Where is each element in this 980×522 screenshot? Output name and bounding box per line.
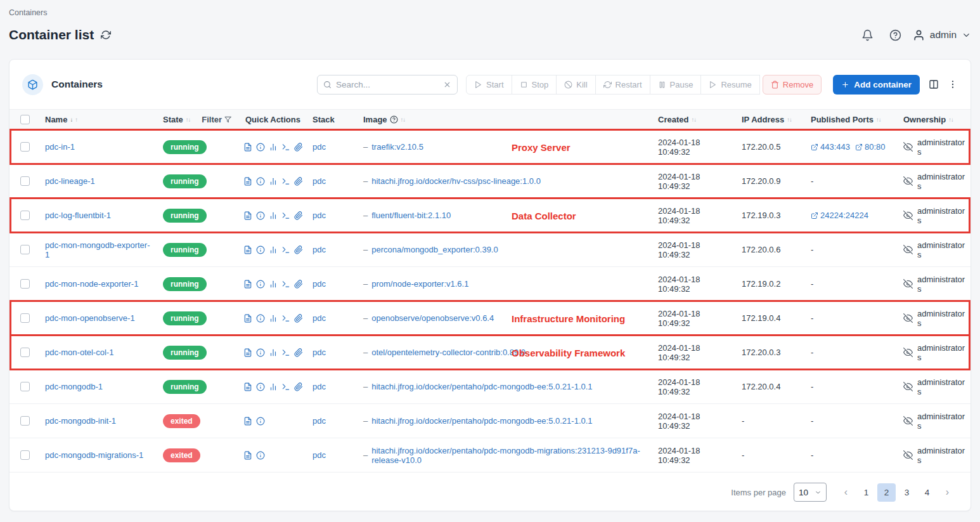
page-button-2[interactable]: 2 <box>877 483 896 502</box>
logs-icon[interactable] <box>243 245 253 255</box>
image-link[interactable]: openobserve/openobserve:v0.6.4 <box>371 313 494 323</box>
inspect-icon[interactable] <box>255 245 266 255</box>
stats-icon[interactable] <box>268 245 278 255</box>
row-checkbox[interactable] <box>20 211 30 220</box>
console-icon[interactable] <box>281 176 291 186</box>
stats-icon[interactable] <box>268 279 278 289</box>
image-link[interactable]: hitachi.jfrog.io/docker/pentaho/pdc-mong… <box>371 382 592 391</box>
prev-page-button[interactable]: ‹ <box>837 483 855 502</box>
breadcrumb[interactable]: Containers <box>9 8 47 17</box>
published-port-link[interactable]: 80:80 <box>855 142 886 152</box>
restart-button[interactable]: Restart <box>595 75 650 95</box>
container-name-link[interactable]: pdc-mon-mongodb-exporter-1 <box>45 240 153 259</box>
resume-button[interactable]: Resume <box>700 75 759 95</box>
user-menu[interactable]: admin <box>913 29 971 41</box>
stack-link[interactable]: pdc <box>313 313 326 323</box>
stack-link[interactable]: pdc <box>313 176 326 186</box>
attach-icon[interactable] <box>293 245 304 255</box>
inspect-icon[interactable] <box>255 348 266 358</box>
image-link[interactable]: traefik:v2.10.5 <box>371 142 423 152</box>
container-name-link[interactable]: pdc-log-fluentbit-1 <box>45 211 111 220</box>
notifications-bell-icon[interactable] <box>857 24 879 46</box>
row-checkbox[interactable] <box>20 279 30 289</box>
image-link[interactable]: otel/opentelemetry-collector-contrib:0.8… <box>371 348 525 357</box>
kebab-menu-icon[interactable] <box>948 79 958 89</box>
columns-settings-icon[interactable] <box>929 79 939 89</box>
row-checkbox[interactable] <box>20 313 30 323</box>
logs-icon[interactable] <box>243 450 253 460</box>
logs-icon[interactable] <box>243 142 253 152</box>
stats-icon[interactable] <box>268 176 278 186</box>
row-checkbox[interactable] <box>20 245 30 254</box>
console-icon[interactable] <box>281 279 291 289</box>
inspect-icon[interactable] <box>255 279 266 289</box>
container-name-link[interactable]: pdc-mongodb-migrations-1 <box>45 450 143 460</box>
column-header-image[interactable]: Image↑↓ <box>358 115 653 124</box>
row-checkbox[interactable] <box>20 142 30 152</box>
container-name-link[interactable]: pdc-mon-node-exporter-1 <box>45 279 138 289</box>
logs-icon[interactable] <box>243 382 253 392</box>
stats-icon[interactable] <box>268 382 278 392</box>
column-header-ip-address[interactable]: IP Address↑↓ <box>737 115 806 124</box>
stats-icon[interactable] <box>268 142 278 152</box>
row-checkbox[interactable] <box>20 348 30 357</box>
image-link[interactable]: prom/node-exporter:v1.6.1 <box>371 279 468 289</box>
image-link[interactable]: fluent/fluent-bit:2.1.10 <box>371 211 451 220</box>
inspect-icon[interactable] <box>255 416 266 426</box>
console-icon[interactable] <box>281 382 291 392</box>
published-port-link[interactable]: 24224:24224 <box>811 211 868 220</box>
container-name-link[interactable]: pdc-in-1 <box>45 142 75 152</box>
page-button-3[interactable]: 3 <box>898 483 916 502</box>
attach-icon[interactable] <box>293 279 304 289</box>
inspect-icon[interactable] <box>255 382 266 392</box>
container-name-link[interactable]: pdc-lineage-1 <box>45 176 95 186</box>
next-page-button[interactable]: › <box>938 483 957 502</box>
state-filter-button[interactable]: Filter <box>202 115 231 124</box>
stack-link[interactable]: pdc <box>313 450 326 460</box>
kill-button[interactable]: Kill <box>556 75 595 95</box>
logs-icon[interactable] <box>243 279 253 289</box>
published-port-link[interactable]: 443:443 <box>811 142 850 152</box>
logs-icon[interactable] <box>243 313 253 323</box>
logs-icon[interactable] <box>243 176 253 186</box>
stack-link[interactable]: pdc <box>313 211 326 220</box>
inspect-icon[interactable] <box>255 450 266 460</box>
stack-link[interactable]: pdc <box>313 142 326 152</box>
image-link[interactable]: hitachi.jfrog.io/docker/pentaho/pdc-mong… <box>371 446 648 465</box>
refresh-icon[interactable] <box>101 30 111 40</box>
attach-icon[interactable] <box>293 382 304 392</box>
logs-icon[interactable] <box>243 348 253 358</box>
inspect-icon[interactable] <box>255 313 266 323</box>
column-header-published-ports[interactable]: Published Ports↑↓ <box>806 115 898 124</box>
stack-link[interactable]: pdc <box>313 382 326 391</box>
row-checkbox[interactable] <box>20 450 30 460</box>
items-per-page-select[interactable]: 10 <box>794 483 827 502</box>
console-icon[interactable] <box>281 245 291 255</box>
start-button[interactable]: Start <box>466 75 512 95</box>
row-checkbox[interactable] <box>20 382 30 391</box>
container-name-link[interactable]: pdc-mongodb-init-1 <box>45 416 116 426</box>
remove-button[interactable]: Remove <box>763 75 822 95</box>
add-container-button[interactable]: Add container <box>833 75 920 95</box>
image-link[interactable]: percona/mongodb_exporter:0.39.0 <box>371 245 498 254</box>
console-icon[interactable] <box>281 142 291 152</box>
select-all-checkbox[interactable] <box>20 115 30 124</box>
inspect-icon[interactable] <box>255 176 266 186</box>
stop-button[interactable]: Stop <box>512 75 557 95</box>
column-header-name[interactable]: Name↓↑ <box>40 115 158 124</box>
attach-icon[interactable] <box>293 211 304 221</box>
attach-icon[interactable] <box>293 142 304 152</box>
container-name-link[interactable]: pdc-mon-openobserve-1 <box>45 313 135 323</box>
logs-icon[interactable] <box>243 416 253 426</box>
image-link[interactable]: hitachi.jfrog.io/docker/pentaho/pdc-mong… <box>371 416 592 426</box>
help-icon[interactable] <box>885 24 906 46</box>
row-checkbox[interactable] <box>20 416 30 426</box>
attach-icon[interactable] <box>293 176 304 186</box>
clear-search-icon[interactable] <box>443 81 451 89</box>
page-button-4[interactable]: 4 <box>918 483 936 502</box>
stats-icon[interactable] <box>268 313 278 323</box>
stack-link[interactable]: pdc <box>313 416 326 426</box>
stats-icon[interactable] <box>268 348 278 358</box>
image-link[interactable]: hitachi.jfrog.io/docker/hv-css/psc-linea… <box>371 176 541 186</box>
logs-icon[interactable] <box>243 211 253 221</box>
